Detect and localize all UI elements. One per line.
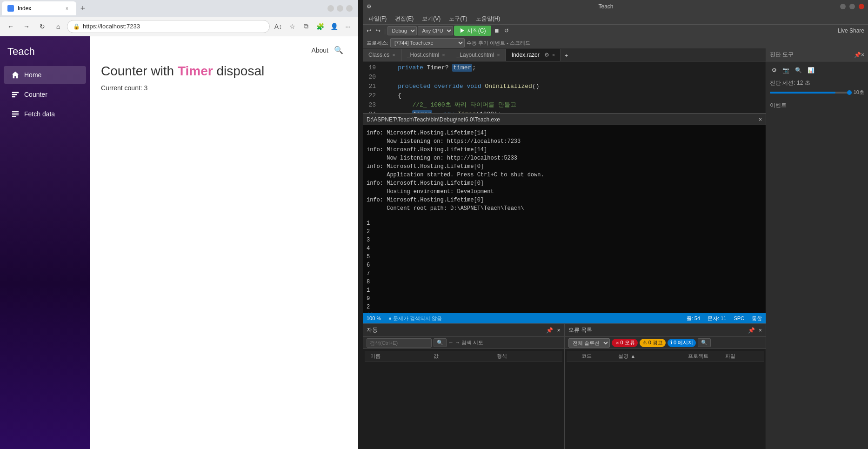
- live-share-btn[interactable]: Live Share: [836, 26, 866, 36]
- menu-file[interactable]: 파일(F): [365, 13, 390, 24]
- ide-maximize[interactable]: [849, 4, 855, 9]
- menu-view-label: 보기(V): [422, 15, 441, 23]
- diag-time-slider[interactable]: [770, 92, 852, 94]
- code-line-24: 24 timer = new Timer(1000);: [363, 110, 766, 113]
- close-button[interactable]: [346, 5, 353, 12]
- ide-title: Teach: [375, 3, 836, 10]
- auto-panel-content: 이름 값 형식: [363, 349, 564, 449]
- error-count-badge: ✕ 0 오류: [612, 339, 638, 347]
- tab-layout[interactable]: _Layout.cshtml ×: [451, 49, 506, 61]
- profile-button[interactable]: 👤: [327, 20, 341, 33]
- forward-button[interactable]: →: [20, 20, 33, 34]
- error-panel-content: 코드 설명 ▲ 프로젝트 파일: [565, 349, 766, 449]
- diagnostics-title: 진단 도구: [770, 51, 794, 59]
- sidebar-item-home[interactable]: Home: [4, 66, 86, 84]
- diag-close[interactable]: ×: [861, 52, 864, 58]
- auto-panel-pin[interactable]: 📌: [546, 327, 553, 334]
- sidebar-item-fetchdata[interactable]: Fetch data: [4, 105, 86, 123]
- browser-tab[interactable]: Index ×: [2, 1, 76, 15]
- counter-output-10: 9: [367, 295, 762, 303]
- diag-slider-row: 10초: [770, 89, 864, 96]
- col-desc: 설명 ▲: [616, 353, 687, 360]
- diag-snapshot-btn[interactable]: 📷: [781, 65, 791, 75]
- tab-class-close[interactable]: ×: [392, 52, 395, 58]
- restart-btn[interactable]: ↺: [502, 26, 511, 36]
- back-button[interactable]: ←: [4, 20, 18, 34]
- counter-output-9: 1: [367, 286, 762, 295]
- menu-help[interactable]: 도움말(H): [472, 13, 504, 24]
- error-icon: ✕: [614, 341, 619, 345]
- menu-tools[interactable]: 도구(T): [445, 13, 471, 24]
- favorites-button[interactable]: ☆: [286, 20, 299, 33]
- diag-memory-btn[interactable]: 🔍: [793, 65, 804, 75]
- translate-button[interactable]: A↕: [272, 20, 285, 33]
- cpu-selector[interactable]: Any CPU: [418, 26, 453, 35]
- sidebar-item-counter[interactable]: Counter: [4, 86, 86, 103]
- ide-minimize[interactable]: [840, 4, 846, 9]
- tab-close-button[interactable]: ×: [63, 5, 71, 12]
- tab-host[interactable]: _Host.cshtml ×: [401, 49, 451, 61]
- minimize-button[interactable]: [327, 5, 334, 12]
- tab-index-close[interactable]: ×: [552, 52, 555, 58]
- auto-search-input[interactable]: [367, 338, 432, 348]
- ide-window: ⚙ Teach 파일(F) 편집(E) 보기(V) 도구(T) 도움말(H) ↩…: [363, 0, 868, 449]
- start-debug-btn[interactable]: ▶ 시작(C): [454, 26, 491, 36]
- counter-output-5: 5: [367, 253, 762, 261]
- diagnostics-header: 진단 도구 📌 ×: [766, 48, 868, 61]
- diag-slider-thumb: [847, 90, 852, 95]
- diag-pin[interactable]: 📌: [854, 52, 861, 58]
- tab-class[interactable]: Class.cs ×: [363, 49, 401, 61]
- refresh-button[interactable]: ↻: [35, 20, 49, 34]
- error-panel-pin[interactable]: 📌: [748, 327, 755, 334]
- counter-output-1: 1: [367, 219, 762, 228]
- address-bar[interactable]: 🔒 https://localhost:7233: [67, 20, 270, 33]
- error-search-btn[interactable]: 🔍: [698, 338, 711, 347]
- extensions-button[interactable]: 🧩: [314, 20, 327, 33]
- warning-count-badge: ⚠ 0 경고: [640, 339, 666, 347]
- new-tab-button[interactable]: +: [76, 2, 89, 15]
- bottom-split: 자동 📌 × 🔍 ← → 검색 시도 이름 값: [363, 324, 766, 449]
- tab-host-close[interactable]: ×: [442, 52, 445, 58]
- col-name: 이름: [368, 353, 432, 360]
- ide-right-panel: 진단 도구 📌 × ⚙ 📷 🔍 📊 진단 세션: 12 초: [766, 48, 868, 449]
- about-link[interactable]: About: [311, 47, 328, 54]
- ide-tabs: Class.cs × _Host.cshtml × _Layout.cshtml…: [363, 48, 766, 61]
- sidebar: Teach Home Counter: [0, 36, 90, 449]
- status-enc: 통합: [752, 315, 762, 322]
- home-button[interactable]: ⌂: [51, 20, 65, 34]
- col-value: 값: [432, 353, 495, 360]
- status-spc: SPC: [734, 315, 744, 321]
- collections-button[interactable]: ⧉: [300, 20, 313, 33]
- diag-record-btn[interactable]: ⚙: [770, 65, 779, 75]
- diag-cpu-btn[interactable]: 📊: [806, 65, 816, 75]
- stop-debug-btn[interactable]: ⏹: [492, 26, 501, 36]
- terminal-line-10: Content root path: D:\ASPNET\Teach\Teach…: [367, 204, 762, 213]
- toolbar-redo[interactable]: ↪: [374, 26, 382, 36]
- svg-rect-0: [12, 92, 19, 94]
- code-editor[interactable]: 19 private Timer? timer; 20 21 protected…: [363, 61, 766, 113]
- tab-settings-icon[interactable]: ⚙: [544, 52, 549, 58]
- terminal-close[interactable]: ×: [759, 116, 762, 123]
- tab-layout-close[interactable]: ×: [497, 52, 500, 58]
- toolbar-undo[interactable]: ↩: [365, 26, 373, 36]
- debug-selector[interactable]: Debug: [387, 26, 417, 35]
- tab-index[interactable]: Index.razor ⚙ ×: [506, 49, 561, 61]
- diag-slider-fill: [770, 92, 835, 94]
- solution-selector[interactable]: 전체 솔루션: [568, 338, 610, 348]
- add-tab-btn[interactable]: +: [561, 51, 572, 61]
- maximize-button[interactable]: [337, 5, 343, 12]
- ide-editor-area: Class.cs × _Host.cshtml × _Layout.cshtml…: [363, 48, 766, 449]
- menu-edit[interactable]: 편집(E): [391, 13, 417, 24]
- search-icon[interactable]: 🔍: [334, 46, 343, 54]
- auto-panel-close[interactable]: ×: [557, 327, 560, 334]
- ide-close[interactable]: [859, 4, 864, 9]
- code-line-21: 21 protected override void OnInitialized…: [363, 82, 766, 91]
- menu-view[interactable]: 보기(V): [418, 13, 444, 24]
- process-selector[interactable]: [7744] Teach.exe: [390, 38, 465, 47]
- process-label: 프로세스:: [367, 40, 388, 47]
- auto-search-btn[interactable]: 🔍: [434, 338, 447, 347]
- menu-button[interactable]: ···: [341, 20, 354, 33]
- terminal-line-5: info: Microsoft.Hosting.Lifetime[0]: [367, 162, 762, 171]
- toolbar-icons: A↕ ☆ ⧉ 🧩 👤 ···: [272, 20, 354, 33]
- error-panel-close[interactable]: ×: [759, 327, 762, 334]
